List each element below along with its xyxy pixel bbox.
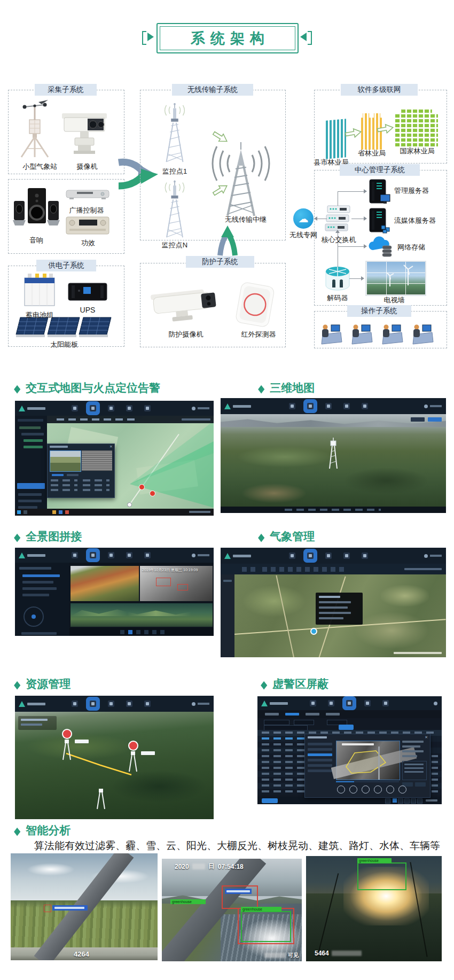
rewind-button <box>349 785 357 794</box>
diamond-bullet-icon: ◆ <box>14 382 20 395</box>
alarm-badge-icon <box>62 729 72 739</box>
patrol-path-line <box>15 712 214 819</box>
nav-settings-icon <box>144 405 151 411</box>
export-button <box>262 798 278 803</box>
wireless-private-network-label: 无线专网 <box>286 230 320 240</box>
tower-label-chip <box>141 751 155 755</box>
national-bureau-building-icon <box>395 109 438 146</box>
center-subsystem-header: 中心管理子系统 <box>340 164 420 176</box>
nav-alarm-icon <box>325 403 332 409</box>
active-tool-icon <box>128 630 132 634</box>
protect-subsystem-header: 防护子系统 <box>186 256 254 268</box>
windows-taskbar <box>15 509 214 516</box>
playback-slider <box>336 781 399 782</box>
screenshot-weather <box>221 548 446 657</box>
workstation-icon <box>319 321 343 345</box>
logo-triangle-icon <box>19 701 25 707</box>
network-header: 软件多级联网 <box>341 84 418 96</box>
diamond-bullet-icon: ◆ <box>258 382 264 395</box>
nav-monitor-icon <box>343 403 350 409</box>
app-logo <box>19 553 45 558</box>
mask-history-box <box>402 761 427 780</box>
section-title: 三维地图 <box>270 380 315 395</box>
mask-list-item <box>308 748 332 751</box>
detection-bluetag <box>52 905 88 911</box>
nav-home-icon <box>72 405 78 411</box>
network-storage-icon <box>367 236 394 258</box>
diamond-bullet-icon: ◆ <box>258 530 264 543</box>
resource-tower-icon <box>126 748 140 773</box>
thermal-timestamp: 2019年10月23日 星期三 10:19:09 <box>142 567 198 573</box>
map-mode-button <box>411 417 425 422</box>
bottom-toolbar <box>69 628 214 636</box>
app-navbar <box>15 696 214 712</box>
map-toolbar <box>47 416 214 423</box>
photo2-note-row: 可见 <box>264 952 299 959</box>
greenhouse-tag: greenhouse <box>170 899 206 904</box>
app-navbar <box>221 398 446 414</box>
mask-list-item <box>308 759 332 761</box>
nav-settings-icon <box>382 700 389 706</box>
logo-text-bar <box>233 555 251 557</box>
workstation-icon <box>380 321 404 345</box>
logo-triangle-icon <box>224 403 231 409</box>
user-avatar <box>434 702 437 705</box>
pause-button <box>362 785 370 794</box>
terrain-3d-view <box>15 712 214 819</box>
weather-popup <box>316 593 363 625</box>
diamond-bullet-icon: ◆ <box>14 530 20 543</box>
tv-wall-icon <box>365 261 426 296</box>
detection-greenbox: greenhouse <box>357 862 406 890</box>
greenhouse-tag: greenhouse <box>357 858 392 863</box>
user-avatar <box>192 554 195 557</box>
nav-icons <box>66 552 156 558</box>
mask-list-item <box>308 764 332 767</box>
user-name-bar <box>198 703 209 705</box>
alarm-badge-icon <box>128 741 138 751</box>
nav-settings-icon <box>362 403 368 409</box>
diamond-bullet-icon: ◆ <box>14 678 20 691</box>
speaker-label: 音响 <box>21 236 51 245</box>
protect-camera-icon <box>151 285 221 324</box>
app-logo <box>19 701 45 707</box>
analysis-photo-solar: 2020 日 07:54:18 greenhouse greenhouse 可见 <box>162 859 302 961</box>
logo-triangle-icon <box>224 553 231 559</box>
nav-settings-icon <box>144 552 151 558</box>
operator-subsystem-header: 操作子系统 <box>347 305 411 317</box>
logo-text-bar <box>27 407 45 410</box>
camera-marker-icon <box>127 502 132 507</box>
section-header-interactive-map: ◆ 交互式地图与火点定位告警 <box>14 380 160 395</box>
app-navbar <box>15 548 214 563</box>
weather-station-icon <box>17 99 52 159</box>
screenshot-3d-map <box>221 398 446 513</box>
bottom-bar <box>257 797 442 804</box>
user-name-bar <box>430 555 442 557</box>
collect-subsystem-header: 采集子系统 <box>35 84 97 96</box>
mask-info-panel <box>402 741 427 791</box>
ptz-camera-icon <box>60 105 109 158</box>
protect-camera-label: 防护摄像机 <box>160 330 212 339</box>
prev-button <box>337 785 345 794</box>
blurred-text <box>192 864 205 869</box>
mask-list-item-active <box>308 753 332 756</box>
legend-panel <box>221 574 234 657</box>
user-area <box>192 702 209 706</box>
tab-row <box>257 710 442 718</box>
nav-map-icon-active <box>307 553 314 559</box>
battery-label: 蓄电池组 <box>16 310 63 320</box>
amplifier-label: 功效 <box>75 238 101 248</box>
photo3-id: 5464 <box>315 950 329 957</box>
broadcast-controller-label: 广播控制器 <box>59 206 114 215</box>
workstation-icon <box>350 321 373 345</box>
page-number <box>398 798 403 804</box>
analysis-photo-sunset: greenhouse 5464 <box>306 856 442 961</box>
filter-input <box>264 720 289 725</box>
city-bureau-building-icon <box>326 119 346 159</box>
windows-start-icon <box>17 510 21 514</box>
nav-icons <box>283 553 374 559</box>
nav-alarm-icon-active <box>346 700 353 706</box>
screenshot-panorama: 2019年10月23日 星期三 10:19:09 <box>15 548 214 636</box>
national-bureau-label: 国家林业局 <box>393 146 441 156</box>
nav-icons <box>66 701 156 707</box>
playback-controls <box>335 785 409 796</box>
